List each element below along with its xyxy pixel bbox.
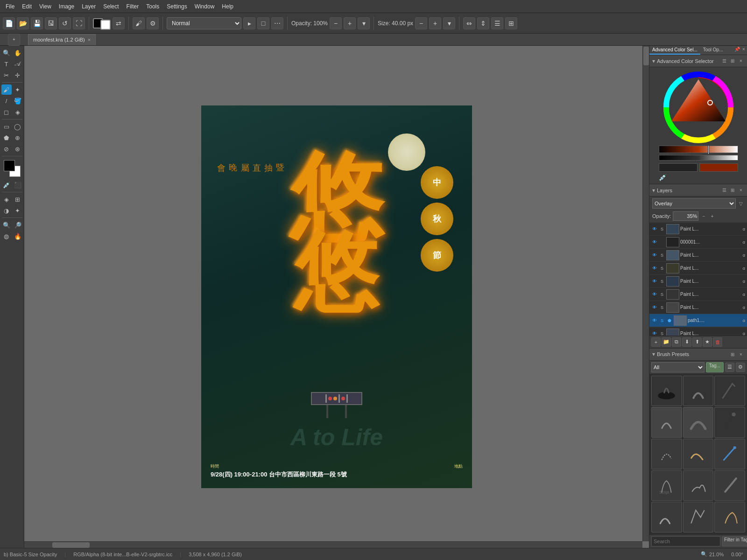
- duplicate-layer-button[interactable]: ⧉: [672, 337, 681, 347]
- brush-presets-collapse-icon[interactable]: ▾: [652, 351, 655, 357]
- table-row[interactable]: 👁 S Paint L... α: [649, 275, 747, 288]
- eyedropper-icon[interactable]: 💉: [659, 174, 667, 181]
- bg-color-swatch[interactable]: [100, 20, 111, 30]
- color-selector-detach-button[interactable]: ⊞: [729, 58, 736, 64]
- tool-options-button[interactable]: ⚙: [147, 17, 159, 29]
- layers-detach-button[interactable]: ⊞: [729, 187, 736, 194]
- canvas-horizontal-scrollbar[interactable]: [24, 541, 642, 548]
- layer-alpha-lock[interactable]: α: [743, 266, 745, 271]
- menu-image[interactable]: Image: [55, 2, 78, 11]
- layer-alpha-lock[interactable]: α: [743, 227, 745, 231]
- layers-opacity-decrease-button[interactable]: −: [700, 213, 707, 219]
- text-tool-button[interactable]: T: [1, 59, 12, 69]
- table-row[interactable]: 👁 000001... α: [649, 236, 747, 249]
- panel-toggle-button[interactable]: ⊞: [505, 17, 517, 29]
- swap-colors-button[interactable]: ⇄: [113, 17, 125, 29]
- assistant-tool-button[interactable]: ◈: [1, 194, 12, 204]
- preserve-alpha-icon[interactable]: □: [257, 17, 269, 29]
- table-row[interactable]: 👁 S ⬟ path1.... α: [649, 314, 747, 327]
- eraser-tool-button[interactable]: ◻: [1, 107, 12, 117]
- lightness-bar[interactable]: [659, 155, 738, 161]
- canvas-vertical-scrollbar[interactable]: [642, 46, 649, 541]
- calligraphy-tool-button[interactable]: 𝒜: [13, 59, 23, 69]
- save-file-button[interactable]: 💾: [31, 17, 43, 29]
- document-tab[interactable]: moonfest.kra (1.2 GiB) ×: [28, 34, 96, 45]
- menu-window[interactable]: Window: [191, 2, 218, 11]
- layer-visibility-toggle[interactable]: 👁: [651, 304, 658, 311]
- brush-options-button[interactable]: ⚙: [736, 363, 745, 372]
- size-dropdown-button[interactable]: ▾: [443, 17, 455, 29]
- mirror-h-button[interactable]: ⇔: [463, 17, 475, 29]
- undo-history-button[interactable]: ↺: [59, 17, 71, 29]
- open-file-button[interactable]: 📂: [17, 17, 29, 29]
- layers-opacity-input[interactable]: [673, 211, 698, 221]
- move-layer-down-button[interactable]: ⬇: [682, 337, 691, 347]
- menu-layer[interactable]: Layer: [78, 2, 99, 11]
- foreground-color-swatch[interactable]: [4, 160, 15, 171]
- ellipse-select-button[interactable]: ◯: [13, 121, 23, 132]
- opacity-increase-button[interactable]: +: [344, 17, 356, 29]
- table-row[interactable]: 👁 S Paint L... α: [649, 223, 747, 236]
- layer-alpha-lock[interactable]: α: [743, 318, 745, 323]
- fill-pattern-button[interactable]: ⬛: [13, 180, 23, 190]
- layer-alpha-lock[interactable]: α: [743, 331, 745, 336]
- list-item[interactable]: [683, 439, 714, 469]
- eyedropper-tool-button[interactable]: 💉: [1, 180, 12, 190]
- table-row[interactable]: 👁 S Paint L... α: [649, 301, 747, 314]
- menu-tools[interactable]: Tools: [142, 2, 163, 11]
- document-close-button[interactable]: ×: [88, 37, 91, 42]
- layer-visibility-toggle[interactable]: 👁: [651, 291, 658, 298]
- layers-opacity-increase-button[interactable]: +: [709, 213, 715, 219]
- panel-pin-button[interactable]: 📌: [734, 46, 740, 52]
- freehand-brush-button[interactable]: 🖌: [1, 84, 12, 95]
- new-file-button[interactable]: 📄: [3, 17, 15, 29]
- table-row[interactable]: 👁 S Paint L... α: [649, 327, 747, 336]
- layers-filter-button[interactable]: ▽: [738, 200, 744, 207]
- add-group-button[interactable]: 📁: [662, 337, 671, 347]
- list-item[interactable]: [651, 407, 682, 438]
- list-item[interactable]: Script: [651, 470, 682, 501]
- move-layer-up-button[interactable]: ⬆: [692, 337, 702, 347]
- delete-layer-button[interactable]: 🗑: [713, 337, 722, 347]
- contiguous-select-button[interactable]: ⊕: [13, 133, 23, 143]
- current-color-preview[interactable]: [699, 163, 738, 172]
- move-tool-button[interactable]: ✛: [13, 70, 23, 80]
- reference-tool-button[interactable]: ⊞: [13, 194, 23, 204]
- value-bar[interactable]: [659, 146, 738, 153]
- table-row[interactable]: 👁 S Paint L... α: [649, 249, 747, 262]
- add-layer-button[interactable]: +: [651, 337, 661, 347]
- list-item[interactable]: [714, 439, 745, 469]
- menu-filter[interactable]: Filter: [123, 2, 143, 11]
- multibrush-tool-button[interactable]: ✦: [13, 84, 23, 95]
- zoom-out-button[interactable]: 🔎: [13, 220, 23, 230]
- transform-tool-button[interactable]: ⊘: [1, 144, 12, 154]
- warp-tool-button[interactable]: ⊛: [13, 144, 23, 154]
- menu-settings[interactable]: Settings: [163, 2, 190, 11]
- menu-select[interactable]: Select: [99, 2, 122, 11]
- color-selector-collapse-icon[interactable]: ▾: [652, 58, 655, 64]
- layer-alpha-lock[interactable]: α: [743, 305, 745, 310]
- layer-visibility-toggle[interactable]: 👁: [651, 252, 658, 259]
- artwork-canvas[interactable]: 暨抽直屬晚會 悠 悠 中 秋 節 A to Life: [201, 105, 472, 488]
- brush-category-select[interactable]: All: [651, 362, 705, 372]
- fullscreen-button[interactable]: ⛶: [73, 17, 85, 29]
- color-selector-settings-button[interactable]: ☰: [721, 58, 727, 64]
- layers-blend-mode-select[interactable]: Overlay: [652, 198, 736, 209]
- menu-view[interactable]: View: [35, 2, 55, 11]
- color-selector-close-button[interactable]: ×: [738, 58, 744, 64]
- brush-list-view-button[interactable]: ☰: [725, 363, 734, 372]
- layer-style-button[interactable]: ★: [703, 337, 712, 347]
- menu-file[interactable]: File: [2, 2, 18, 11]
- list-item[interactable]: [714, 502, 745, 532]
- list-item[interactable]: [714, 376, 745, 406]
- blend-mode-select[interactable]: Normal: [167, 17, 241, 29]
- mirror-v-button[interactable]: ⇕: [477, 17, 489, 29]
- list-item[interactable]: [683, 376, 714, 406]
- save-as-button[interactable]: 🖫: [45, 17, 57, 29]
- new-tab-icon[interactable]: +: [8, 34, 20, 46]
- list-item[interactable]: [714, 470, 745, 501]
- size-decrease-button[interactable]: −: [415, 17, 427, 29]
- list-item[interactable]: [651, 439, 682, 469]
- fill-tool-button[interactable]: 🪣: [13, 96, 23, 106]
- paint-directly-icon[interactable]: ▸: [243, 17, 255, 29]
